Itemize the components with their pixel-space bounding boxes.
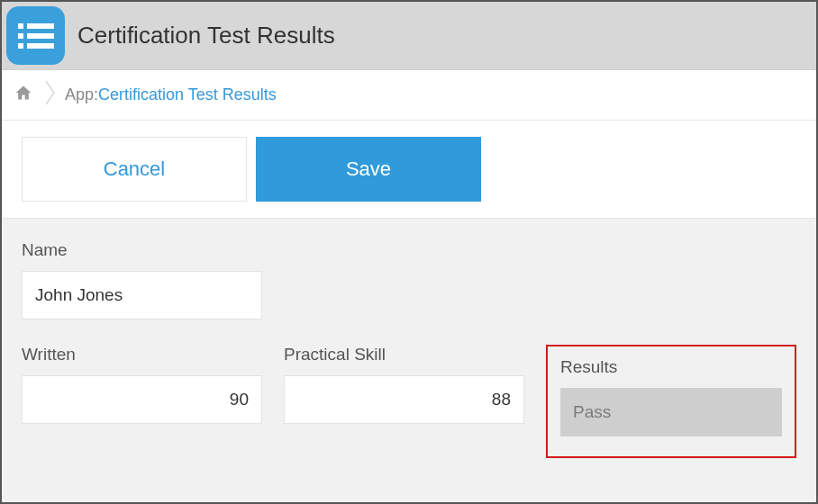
breadcrumb-prefix: App:: [65, 86, 98, 104]
breadcrumb: App: Certification Test Results: [2, 70, 816, 121]
cancel-button[interactable]: Cancel: [22, 137, 247, 202]
chevron-right-icon: [45, 80, 56, 111]
toolbar: Cancel Save: [2, 121, 816, 219]
svg-rect-0: [18, 23, 23, 29]
written-input[interactable]: [22, 375, 262, 424]
app-header: Certification Test Results: [2, 2, 816, 70]
name-label: Name: [22, 240, 796, 260]
svg-rect-5: [27, 43, 54, 49]
results-highlight: Results Pass: [546, 345, 796, 458]
field-written: Written: [22, 345, 262, 458]
svg-rect-2: [18, 33, 23, 39]
svg-rect-3: [27, 33, 54, 39]
practical-input[interactable]: [284, 375, 524, 424]
save-button[interactable]: Save: [256, 137, 481, 202]
form-area: Name Written Practical Skill Results Pas…: [2, 219, 816, 504]
app-list-icon: [6, 6, 65, 65]
svg-rect-4: [18, 43, 23, 49]
written-label: Written: [22, 345, 262, 364]
svg-rect-1: [27, 23, 54, 29]
home-icon[interactable]: [14, 84, 32, 106]
name-input[interactable]: [22, 271, 262, 320]
practical-label: Practical Skill: [284, 345, 524, 364]
breadcrumb-app-link[interactable]: Certification Test Results: [98, 86, 277, 104]
results-label: Results: [560, 357, 782, 377]
page-title: Certification Test Results: [77, 22, 335, 50]
results-readonly: Pass: [560, 388, 782, 436]
field-practical: Practical Skill: [284, 345, 524, 458]
field-name: Name: [22, 240, 796, 320]
